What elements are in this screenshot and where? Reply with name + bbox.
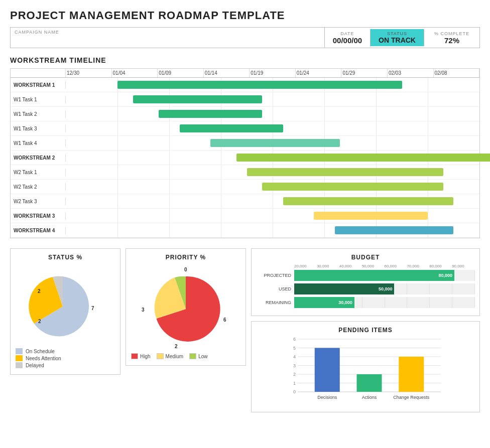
- status-label-2a: 2: [38, 288, 41, 294]
- status-chart-title: STATUS %: [16, 254, 115, 261]
- gantt-row-label-6: W2 Task 1: [11, 169, 66, 176]
- status-legend: On ScheduleNeeds AttentionDelayed: [16, 348, 115, 368]
- pending-title: PENDING ITEMS: [257, 327, 474, 334]
- gantt-row-label-2: W1 Task 2: [11, 110, 66, 118]
- budget-bar-2: 30,000: [294, 297, 354, 308]
- priority-pie-svg: 0 6 2 3: [131, 264, 241, 349]
- budget-bar-track-1: 50,000: [294, 283, 474, 294]
- budget-title: BUDGET: [257, 254, 474, 261]
- gantt-axis: 12/3001/0401/0901/1401/1901/2401/2902/03…: [11, 69, 479, 78]
- status-legend-label-1: Needs Attention: [26, 356, 61, 361]
- pct-col: % COMPLETE 72%: [424, 29, 479, 47]
- priority-legend-swatch-2: [189, 353, 196, 359]
- status-legend-label-2: Delayed: [26, 363, 44, 368]
- priority-legend-item-0: High: [131, 353, 151, 359]
- gantt-bar-6: [247, 168, 443, 176]
- gantt-row-label-8: W2 Task 3: [11, 198, 66, 205]
- right-charts: BUDGET 20,00030,00040,00050,00060,00070,…: [251, 248, 480, 417]
- pending-box: PENDING ITEMS 0123456DecisionsActionsCha…: [251, 321, 480, 412]
- budget-axis-label-5: 70,000: [407, 264, 429, 268]
- gantt-bar-8: [283, 197, 454, 205]
- campaign-name-label: CAMPAIGN NAME: [15, 30, 320, 35]
- gantt-row-1: W1 Task 1: [11, 92, 479, 107]
- campaign-name-col: CAMPAIGN NAME: [11, 28, 325, 48]
- gantt-bar-1: [133, 95, 263, 103]
- gantt-axis-date-0: 12/30: [66, 69, 112, 77]
- gantt-axis-date-1: 01/04: [112, 69, 158, 77]
- gantt-row-9: WORKSTREAM 3: [11, 209, 479, 223]
- gantt-row-8: W2 Task 3: [11, 194, 479, 209]
- status-chart-box: STATUS % 7 2: [10, 248, 120, 375]
- svg-text:5: 5: [293, 346, 296, 351]
- budget-axis-row: 20,00030,00040,00050,00060,00070,00080,0…: [257, 264, 474, 268]
- budget-bar-track-2: 30,000: [294, 297, 474, 308]
- gantt-row-label-10: WORKSTREAM 4: [11, 227, 66, 234]
- gantt-row-label-0: WORKSTREAM 1: [11, 81, 66, 89]
- pending-chart: 0123456DecisionsActionsChange Requests: [257, 337, 474, 407]
- gantt-container: 12/3001/0401/0901/1401/1901/2401/2902/03…: [10, 68, 480, 238]
- status-legend-item-2: Delayed: [16, 362, 115, 368]
- gantt-axis-labels: 12/3001/0401/0901/1401/1901/2401/2902/03…: [66, 69, 479, 77]
- svg-text:4: 4: [293, 354, 296, 359]
- gantt-section: WORKSTREAM TIMELINE 12/3001/0401/0901/14…: [10, 56, 480, 238]
- status-col: STATUS ON TRACK: [371, 29, 424, 46]
- gantt-row-6: W2 Task 1: [11, 165, 479, 180]
- budget-chart: 20,00030,00040,00050,00060,00070,00080,0…: [257, 264, 474, 308]
- budget-bar-track-0: 80,000: [294, 270, 474, 281]
- status-legend-swatch-0: [16, 348, 23, 354]
- gantt-bar-10: [335, 226, 454, 234]
- priority-label-3: 3: [142, 307, 145, 313]
- page-title: PROJECT MANAGEMENT ROADMAP TEMPLATE: [10, 9, 480, 22]
- budget-axis-label-1: 30,000: [317, 264, 339, 268]
- status-legend-item-0: On Schedule: [16, 348, 115, 354]
- budget-axis-label-7: 90,000: [452, 264, 474, 268]
- gantt-row-0: WORKSTREAM 1: [11, 78, 479, 92]
- gantt-track-5: [66, 151, 479, 165]
- gantt-row-4: W1 Task 4: [11, 136, 479, 151]
- gantt-track-10: [66, 223, 479, 237]
- priority-legend-swatch-0: [131, 353, 138, 359]
- status-legend-label-0: On Schedule: [26, 349, 55, 354]
- date-value: 00/00/00: [333, 36, 362, 45]
- priority-legend-item-2: Low: [189, 353, 207, 359]
- gantt-track-7: [66, 180, 479, 194]
- gantt-axis-date-2: 01/09: [158, 69, 204, 77]
- gantt-rows: WORKSTREAM 1W1 Task 1W1 Task 2W1 Task 3W…: [11, 78, 479, 238]
- campaign-header: CAMPAIGN NAME DATE 00/00/00 STATUS ON TR…: [10, 27, 480, 48]
- budget-row-label-1: USED: [257, 286, 294, 291]
- gantt-row-label-7: W2 Task 2: [11, 183, 66, 191]
- campaign-name-value[interactable]: [15, 35, 320, 46]
- gantt-axis-date-7: 02/03: [388, 69, 434, 77]
- budget-axis-label-0: 20,000: [294, 264, 317, 268]
- gantt-track-1: [66, 92, 479, 106]
- gantt-axis-date-3: 01/14: [204, 69, 250, 77]
- gantt-bar-5: [236, 154, 490, 162]
- status-legend-swatch-2: [16, 362, 23, 368]
- priority-label-0: 0: [184, 267, 187, 272]
- priority-chart-area: 0 6 2 3: [131, 264, 240, 349]
- status-value: ON TRACK: [379, 36, 416, 44]
- priority-legend-label-2: Low: [198, 354, 207, 359]
- pending-bar-0: [315, 348, 340, 392]
- svg-text:6: 6: [293, 337, 296, 342]
- gantt-axis-date-5: 01/24: [296, 69, 342, 77]
- svg-text:2: 2: [293, 372, 296, 377]
- gantt-track-6: [66, 165, 479, 179]
- gantt-row-2: W1 Task 2: [11, 107, 479, 121]
- pending-bar-label-0: Decisions: [317, 395, 337, 400]
- budget-row-label-0: PROJECTED: [257, 273, 294, 278]
- gantt-track-8: [66, 194, 479, 208]
- gantt-axis-date-4: 01/19: [250, 69, 296, 77]
- status-legend-item-1: Needs Attention: [16, 355, 115, 361]
- budget-bar-value-1: 50,000: [379, 286, 393, 291]
- gantt-title: WORKSTREAM TIMELINE: [10, 56, 480, 64]
- pending-bar-1: [357, 374, 382, 392]
- gantt-track-0: [66, 78, 479, 92]
- gantt-row-label-5: WORKSTREAM 2: [11, 154, 66, 162]
- gantt-bar-7: [262, 183, 443, 191]
- budget-bar-0: 80,000: [294, 270, 454, 281]
- priority-chart-title: PRIORITY %: [131, 254, 240, 261]
- gantt-bar-3: [180, 124, 283, 132]
- status-label-2b: 2: [38, 319, 41, 324]
- status-legend-swatch-1: [16, 355, 23, 361]
